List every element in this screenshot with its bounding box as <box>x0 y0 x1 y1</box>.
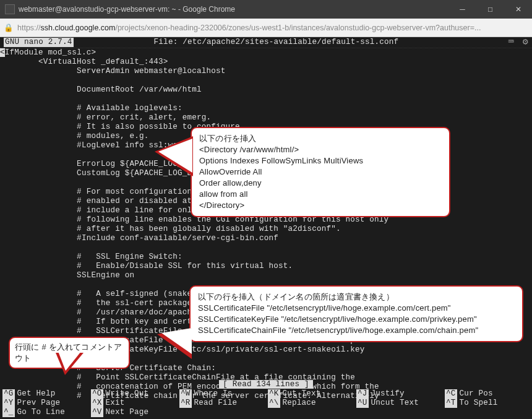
callout-line: AllowOverride All <box>199 166 442 178</box>
nano-key-nextpage: ^VNext Page <box>91 408 176 417</box>
callout-line: SSLCertificateChainFile "/etc/letsencryp… <box>198 325 515 336</box>
url-scheme: https:// <box>17 24 41 32</box>
url-host: ssh.cloud.google.com <box>41 24 116 32</box>
app-icon <box>5 4 15 14</box>
ssh-toolbar: ⌨ ⚙ <box>508 38 528 47</box>
editor-line: <VirtualHost _default_:443> <box>0 58 168 66</box>
url-text: https://ssh.cloud.google.com/projects/xe… <box>17 24 532 32</box>
callout-line: allow from all <box>199 189 442 200</box>
address-bar[interactable]: 🔒 https://ssh.cloud.google.com/projects/… <box>0 19 532 37</box>
nano-header: GNU nano 2.7.4 File: /etc/apache2/sites-… <box>0 37 532 48</box>
editor-line: # error, crit, alert, emerg. <box>0 113 211 122</box>
callout-tail <box>161 328 192 354</box>
callout-heading: 以下の行を挿入（ドメイン名の箇所は適宜書き換え） <box>198 292 515 303</box>
nano-file-label: File: /etc/apache2/sites-available/defau… <box>154 38 399 47</box>
editor-line: #Include conf-available/serve-cgi-bin.co… <box>0 234 278 243</box>
nano-version: GNU nano 2.7.4 <box>4 38 74 47</box>
callout-line: SSLCertificateKeyFile "/etc/letsencrypt/… <box>198 314 515 325</box>
callout-line: <Directory /var/www/html/> <box>199 144 442 155</box>
callout-line: Options Indexes FollowSymLinks MultiView… <box>199 155 442 166</box>
lock-icon: 🔒 <box>0 23 17 32</box>
editor-line: # Available loglevels: <box>0 104 182 113</box>
editor-line: ServerAdmin webmaster@localhost <box>0 67 226 76</box>
window-titlebar: webmaster@avalonstudio-gcp-webserver-vm:… <box>0 0 532 19</box>
editor-line: < <box>0 48 5 57</box>
editor-line: # the ssl-cert package. See <box>0 299 216 308</box>
nano-status: [ Read 134 lines ] <box>0 380 532 389</box>
nano-key-tospell: ^TTo Spell <box>445 399 530 408</box>
editor-line: # modules, e.g. <box>0 132 148 140</box>
close-button[interactable]: ✕ <box>504 0 532 19</box>
nano-key-cut: ^KCut Text <box>268 389 353 399</box>
callout-line: Order allow,deny <box>199 178 442 189</box>
editor-line: # after it has been globally disabled wi… <box>0 225 341 233</box>
annotation-callout-sslcert: 以下の行を挿入（ドメイン名の箇所は適宜書き換え） SSLCertificateF… <box>189 285 523 342</box>
nano-key-prevpage: ^YPrev Page <box>2 399 87 408</box>
nano-key-replace: ^\Replace <box>268 399 353 408</box>
callout-tail <box>58 352 81 371</box>
url-path: /projects/xenon-heading-232006/zones/us-… <box>115 24 481 32</box>
minimize-button[interactable]: ─ <box>448 0 476 19</box>
nano-shortcuts: ^GGet Help ^OWrite Out ^WWhere Is ^KCut … <box>0 389 532 419</box>
callout-line: SSLCertificateFile "/etc/letsencrypt/liv… <box>198 303 515 314</box>
nano-footer: [ Read 134 lines ] ^GGet Help ^OWrite Ou… <box>0 380 532 419</box>
nano-key-readfile: ^RRead File <box>179 399 264 408</box>
editor-line: SSLEngine on <box>0 271 134 280</box>
settings-gear-icon[interactable]: ⚙ <box>523 38 528 47</box>
editor-line: # A self-signed (snakeoil) <box>0 290 211 298</box>
nano-status-text: [ Read 134 lines ] <box>219 380 313 389</box>
nano-key-gotoline: ^_Go To Line <box>2 408 87 417</box>
maximize-button[interactable]: □ <box>476 0 504 19</box>
nano-key-uncut: ^UUncut Text <box>356 399 441 408</box>
nano-key-writeout: ^OWrite Out <box>91 389 176 399</box>
nano-key-curpos: ^CCur Pos <box>445 389 530 399</box>
nano-key-help: ^GGet Help <box>2 389 87 399</box>
terminal[interactable]: GNU nano 2.7.4 File: /etc/apache2/sites-… <box>0 37 532 419</box>
editor-line: DocumentRoot /var/www/html <box>0 85 202 94</box>
nano-key-whereis: ^WWhere Is <box>179 389 264 399</box>
editor-line: IfModule mod_ssl.c> <box>5 48 96 57</box>
nano-key-exit: ^XExit <box>91 399 176 408</box>
annotation-callout-directory: 以下の行を挿入 <Directory /var/www/html/> Optio… <box>191 127 450 217</box>
callout-line: </Directory> <box>199 200 442 211</box>
keyboard-icon[interactable]: ⌨ <box>508 38 514 47</box>
nano-key-justify: ^JJustify <box>356 389 441 399</box>
callout-heading: 以下の行を挿入 <box>199 133 442 144</box>
window-title: webmaster@avalonstudio-gcp-webserver-vm:… <box>19 5 235 14</box>
editor-line: # Enable/Disable SSL for this virtual ho… <box>0 262 293 270</box>
editor-line: # SSL Engine Switch: <box>0 253 182 261</box>
callout-tail <box>158 139 192 173</box>
